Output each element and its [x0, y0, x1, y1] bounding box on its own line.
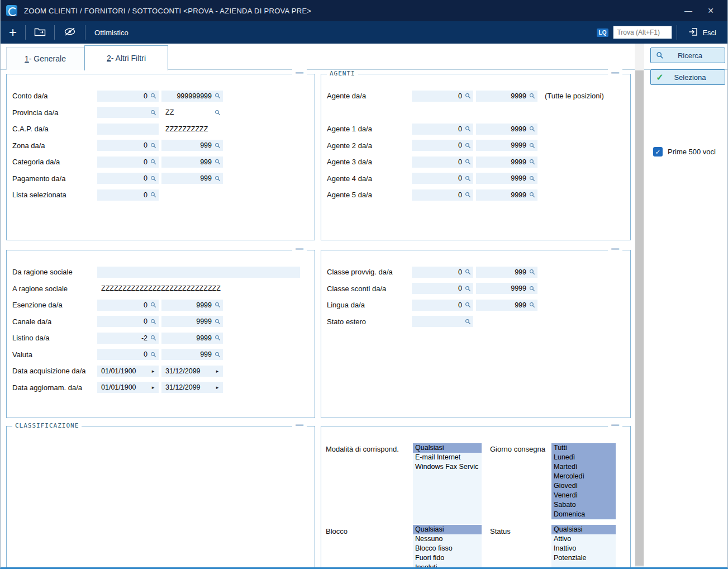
arrow-icon[interactable]: ▸ — [149, 385, 157, 390]
seleziona-button[interactable]: ✓ Seleziona — [650, 69, 725, 85]
search-icon[interactable] — [528, 269, 536, 275]
search-icon[interactable] — [464, 143, 472, 149]
collapse-button[interactable]: — — [292, 244, 307, 253]
list-option[interactable]: Fuori fido — [413, 553, 482, 563]
input-field[interactable]: 999 — [161, 140, 223, 151]
list-option[interactable]: Lunedì — [551, 453, 616, 462]
input-field[interactable]: 999 — [476, 267, 537, 278]
search-icon[interactable] — [149, 159, 157, 165]
list-option[interactable]: Nessuno — [413, 534, 482, 544]
list-option[interactable]: Mercoledì — [551, 472, 616, 481]
input-field[interactable] — [97, 107, 159, 118]
search-icon[interactable] — [213, 143, 221, 149]
list-option[interactable]: Windows Fax Servic — [413, 462, 482, 472]
search-icon[interactable] — [464, 319, 472, 325]
ricerca-button[interactable]: Ricerca — [650, 48, 725, 63]
input-field[interactable] — [412, 316, 473, 327]
list-option[interactable]: Venerdì — [551, 491, 616, 500]
input-field[interactable]: 9999 — [161, 333, 223, 344]
list-option[interactable]: Insoluti — [413, 563, 482, 569]
input-field[interactable]: 999 — [476, 300, 537, 311]
input-field[interactable]: 01/01/1900▸ — [97, 382, 159, 393]
input-field[interactable]: 31/12/2099▸ — [161, 382, 223, 393]
input-field[interactable]: 999 — [161, 157, 223, 168]
list-option[interactable]: Sabato — [551, 500, 616, 510]
collapse-button[interactable]: — — [292, 420, 307, 429]
search-icon[interactable] — [213, 93, 221, 99]
search-icon[interactable] — [149, 302, 157, 308]
modalita-corrispondenza-listbox[interactable]: QualsiasiE-mail InternetWindows Fax Serv… — [413, 443, 482, 524]
input-field[interactable]: ZZ — [161, 107, 223, 118]
search-icon[interactable] — [528, 192, 536, 198]
input-field[interactable]: 9999 — [476, 140, 537, 151]
search-icon[interactable] — [528, 143, 536, 149]
search-icon[interactable] — [149, 319, 157, 325]
input-field[interactable]: 0 — [412, 300, 473, 311]
search-icon[interactable] — [149, 110, 157, 116]
blocco-listbox[interactable]: QualsiasiNessunoBlocco fissoFuori fidoIn… — [413, 525, 482, 569]
list-option[interactable]: Martedì — [551, 462, 616, 472]
collapse-button[interactable]: — — [292, 68, 307, 77]
list-option[interactable]: E-mail Internet — [413, 453, 482, 462]
input-field[interactable]: 9999 — [476, 283, 537, 294]
list-option[interactable]: Inattivo — [551, 544, 616, 553]
search-icon[interactable] — [149, 93, 157, 99]
search-icon[interactable] — [149, 192, 157, 198]
input-field[interactable]: -2 — [97, 333, 159, 344]
input-field[interactable]: 999 — [161, 173, 223, 184]
search-icon[interactable] — [213, 176, 221, 182]
input-field[interactable]: 0 — [412, 91, 473, 102]
input-field[interactable]: 0 — [97, 189, 159, 201]
input-field[interactable]: 0 — [97, 157, 159, 168]
input-field[interactable]: 0 — [412, 173, 473, 184]
search-icon[interactable] — [464, 126, 472, 132]
input-field[interactable]: ZZZZZZZZZZZZZZZZZZZZZZZZZZZZ — [97, 283, 300, 294]
search-icon[interactable] — [528, 176, 536, 182]
input-field[interactable]: 0 — [97, 140, 159, 151]
input-field[interactable]: 9999 — [476, 173, 537, 184]
add-button[interactable]: + — [1, 21, 25, 44]
search-icon[interactable] — [528, 126, 536, 132]
search-icon[interactable] — [149, 176, 157, 182]
tab-altri-filtri[interactable]: 2 - Altri Filtri — [84, 45, 168, 70]
input-field[interactable]: 0 — [412, 124, 473, 135]
input-field[interactable]: 0 — [97, 300, 159, 311]
exit-button[interactable]: Esci — [682, 21, 723, 44]
search-icon[interactable] — [213, 335, 221, 341]
input-field[interactable]: 9999 — [476, 157, 537, 168]
input-field[interactable]: 999 — [161, 349, 223, 360]
input-field[interactable]: 0 — [97, 316, 159, 327]
input-field[interactable]: 0 — [412, 157, 473, 168]
input-field[interactable]: ZZZZZZZZZZ — [161, 124, 223, 135]
input-field[interactable]: 0 — [412, 283, 473, 294]
input-field[interactable] — [97, 124, 159, 135]
search-icon[interactable] — [213, 352, 221, 358]
input-field[interactable]: 0 — [412, 140, 473, 151]
input-field[interactable]: 0 — [412, 189, 473, 201]
list-option[interactable]: Potenziale — [551, 553, 616, 563]
search-icon[interactable] — [464, 176, 472, 182]
input-field[interactable]: 9999 — [161, 316, 223, 327]
search-icon[interactable] — [464, 302, 472, 308]
close-button[interactable]: ✕ — [700, 0, 722, 21]
arrow-icon[interactable]: ▸ — [213, 368, 221, 374]
search-icon[interactable] — [464, 269, 472, 275]
search-icon[interactable] — [528, 302, 536, 308]
open-folder-button[interactable] — [26, 21, 54, 44]
input-field[interactable]: 0 — [97, 349, 159, 360]
collapse-button[interactable]: — — [608, 244, 622, 253]
search-icon[interactable] — [464, 93, 472, 99]
input-field[interactable]: 0 — [412, 267, 473, 278]
list-option[interactable]: Tutti — [551, 443, 616, 453]
arrow-icon[interactable]: ▸ — [149, 368, 157, 374]
search-icon[interactable] — [213, 302, 221, 308]
input-field[interactable]: 9999 — [476, 91, 537, 102]
minimize-button[interactable]: — — [677, 0, 700, 21]
search-icon[interactable] — [213, 110, 221, 116]
search-icon[interactable] — [149, 335, 157, 341]
input-field[interactable] — [97, 267, 300, 278]
list-option[interactable]: Qualsiasi — [413, 443, 482, 453]
list-option[interactable]: Attivo — [551, 534, 616, 544]
search-icon[interactable] — [528, 159, 536, 165]
input-field[interactable]: 01/01/1900▸ — [97, 366, 159, 377]
